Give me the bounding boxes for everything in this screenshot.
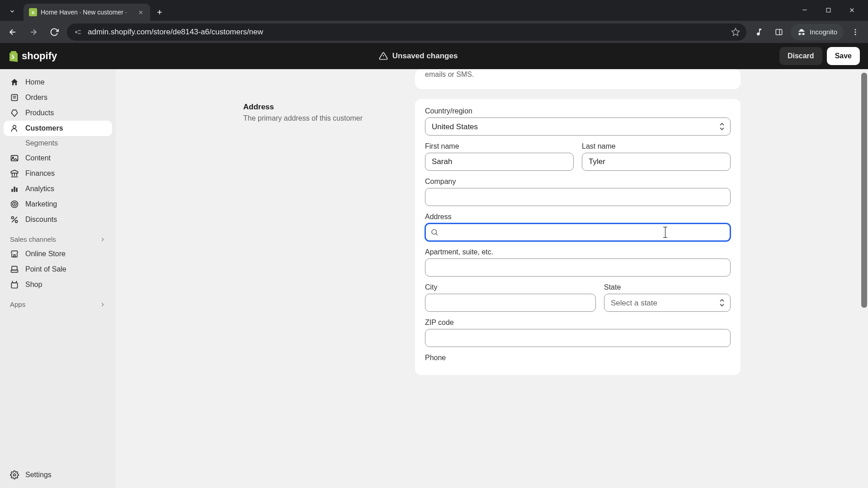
browser-chrome: s Home Haven · New customer · admin.shop… (0, 0, 868, 43)
incognito-indicator[interactable]: Incognito (791, 24, 844, 40)
browser-menu-button[interactable] (847, 24, 863, 40)
svg-rect-42 (11, 270, 18, 272)
address-section: Address The primary address of this cust… (243, 99, 741, 375)
sidebar-subitem-segments[interactable]: Segments (4, 136, 112, 150)
sidebar-item-home[interactable]: Home (4, 75, 112, 90)
incognito-icon (797, 28, 806, 37)
back-button[interactable] (5, 24, 21, 40)
state-select[interactable]: Select a state (604, 294, 731, 312)
city-label: City (425, 283, 596, 291)
sidebar-item-discounts[interactable]: Discounts (4, 212, 112, 227)
country-select[interactable]: United States (425, 117, 731, 136)
info-card: emails or SMS. (415, 69, 741, 89)
sales-channels-heading[interactable]: Sales channels (4, 227, 112, 246)
last-name-input[interactable] (582, 153, 731, 171)
analytics-icon (10, 184, 19, 193)
chevron-right-icon (99, 236, 106, 243)
reload-button[interactable] (46, 24, 62, 40)
city-input[interactable] (425, 294, 596, 312)
sidepanel-button[interactable] (771, 24, 787, 40)
sidebar-item-products[interactable]: Products (4, 105, 112, 121)
browser-tab[interactable]: s Home Haven · New customer · (24, 4, 150, 21)
warning-icon (379, 52, 388, 61)
svg-point-18 (855, 33, 856, 35)
reload-icon (50, 28, 59, 37)
sidebar-item-settings[interactable]: Settings (4, 467, 112, 483)
finances-icon (10, 169, 19, 178)
arrow-left-icon (8, 28, 17, 37)
scrollbar-track[interactable] (860, 69, 868, 488)
chevron-down-icon (9, 8, 15, 14)
site-info-icon[interactable] (73, 28, 82, 37)
sidebar-item-customers[interactable]: Customers (4, 121, 112, 136)
scrollbar-thumb[interactable] (861, 73, 867, 308)
sidebar: Home Orders Products Customers Segments … (0, 69, 116, 488)
address-label: Address (425, 213, 731, 221)
kebab-icon (851, 28, 859, 36)
extensions-button[interactable] (751, 24, 767, 40)
sidebar-item-finances[interactable]: Finances (4, 166, 112, 181)
svg-rect-33 (16, 188, 17, 192)
close-tab-button[interactable] (137, 8, 145, 16)
orders-icon (10, 93, 19, 102)
maximize-button[interactable] (816, 2, 840, 18)
svg-point-44 (14, 474, 16, 476)
svg-line-37 (12, 217, 17, 222)
sidebar-item-marketing[interactable]: Marketing (4, 197, 112, 212)
apartment-input[interactable] (425, 258, 731, 277)
company-input[interactable] (425, 188, 731, 206)
text-cursor (665, 227, 665, 237)
svg-rect-31 (11, 189, 13, 192)
svg-point-39 (15, 221, 18, 223)
customers-icon (10, 124, 19, 133)
products-icon (10, 108, 19, 117)
forward-button[interactable] (25, 24, 42, 40)
sidebar-item-label: Point of Sale (25, 265, 66, 273)
first-name-input[interactable] (425, 153, 574, 171)
svg-rect-43 (11, 283, 17, 288)
apps-heading[interactable]: Apps (4, 292, 112, 311)
svg-point-17 (855, 31, 856, 33)
close-window-button[interactable] (840, 2, 863, 18)
sidebar-item-label: Segments (25, 139, 58, 147)
sidebar-item-orders[interactable]: Orders (4, 90, 112, 105)
panel-icon (775, 28, 783, 36)
sidebar-item-content[interactable]: Content (4, 150, 112, 166)
new-tab-button[interactable] (153, 5, 166, 19)
sidebar-item-analytics[interactable]: Analytics (4, 181, 112, 197)
close-icon (849, 7, 855, 14)
svg-point-45 (432, 230, 437, 235)
sidebar-item-label: Orders (25, 94, 47, 102)
svg-point-24 (13, 125, 16, 128)
sidebar-item-label: Discounts (25, 216, 57, 224)
sidebar-item-label: Marketing (25, 200, 57, 208)
sidebar-item-label: Customers (25, 124, 63, 132)
apartment-label: Apartment, suite, etc. (425, 248, 731, 256)
sidebar-channel-shop[interactable]: Shop (4, 277, 112, 292)
phone-label: Phone (425, 354, 731, 362)
tab-search-button[interactable] (5, 4, 20, 19)
minimize-button[interactable] (793, 2, 816, 18)
sidebar-channel-online-store[interactable]: Online Store (4, 246, 112, 262)
sidebar-item-label: Shop (25, 281, 42, 289)
incognito-label: Incognito (810, 28, 837, 36)
zip-input[interactable] (425, 329, 731, 347)
browser-toolbar: admin.shopify.com/store/de8143-a6/custom… (0, 21, 868, 43)
maximize-icon (826, 7, 831, 13)
last-name-label: Last name (582, 142, 731, 150)
shopify-bag-icon (8, 50, 19, 62)
svg-point-36 (14, 204, 15, 205)
address-bar[interactable]: admin.shopify.com/store/de8143-a6/custom… (67, 23, 746, 41)
section-description: The primary address of this customer (243, 114, 404, 122)
home-icon (10, 78, 19, 87)
pos-icon (10, 265, 19, 274)
address-input[interactable] (425, 223, 731, 241)
save-button[interactable]: Save (827, 47, 860, 65)
sidebar-channel-point-of-sale[interactable]: Point of Sale (4, 262, 112, 277)
window-controls (793, 2, 863, 18)
shopify-logo[interactable]: shopify (8, 50, 57, 62)
chevron-right-icon (99, 301, 106, 308)
bookmark-star-icon[interactable] (731, 28, 740, 37)
info-card-text: emails or SMS. (425, 70, 474, 78)
discard-button[interactable]: Discard (779, 47, 822, 65)
